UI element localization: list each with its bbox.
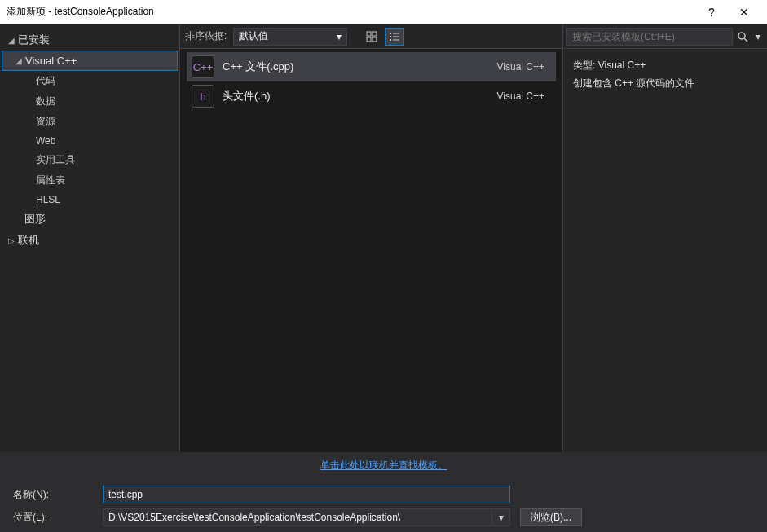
svg-rect-6: [390, 36, 391, 37]
location-input[interactable]: [103, 508, 492, 526]
browse-button[interactable]: 浏览(B)...: [520, 508, 582, 526]
location-dropdown-button[interactable]: ▾: [492, 508, 510, 526]
tree-item-data[interactable]: 数据: [0, 91, 179, 112]
cpp-file-icon: C++: [192, 55, 214, 78]
template-row-cpp[interactable]: C++ C++ 文件(.cpp) Visual C++: [187, 52, 556, 81]
template-row-header[interactable]: h 头文件(.h) Visual C++: [187, 81, 556, 111]
template-lang: Visual C++: [497, 61, 544, 73]
svg-point-10: [738, 33, 745, 39]
svg-rect-1: [372, 32, 377, 36]
name-label: 名称(N):: [13, 488, 103, 502]
close-button[interactable]: ✕: [728, 6, 760, 19]
template-lang: Visual C++: [497, 90, 544, 102]
template-panel: 排序依据: 默认值 ▾ C++ C++ 文件(.cpp) Visual C++ …: [179, 24, 563, 452]
category-sidebar: ◢已安装 ◢Visual C++ 代码 数据 资源 Web 实用工具 属性表 H…: [0, 24, 179, 452]
chevron-down-icon[interactable]: ▾: [752, 31, 764, 42]
help-button[interactable]: ?: [695, 6, 728, 19]
tree-item-hlsl[interactable]: HLSL: [0, 191, 179, 209]
template-label: 头文件(.h): [223, 89, 497, 103]
titlebar: 添加新项 - testConsoleApplication ? ✕: [0, 0, 767, 24]
svg-rect-2: [367, 37, 371, 42]
tree-installed-label: 已安装: [18, 33, 50, 47]
tree-item-web[interactable]: Web: [0, 132, 179, 150]
view-grid-button[interactable]: [362, 28, 381, 46]
template-details: 类型: Visual C++ 创建包含 C++ 源代码的文件: [563, 49, 767, 100]
header-file-icon: h: [192, 85, 214, 108]
svg-line-11: [744, 38, 747, 42]
tree-visual-cpp[interactable]: ◢Visual C++: [2, 51, 178, 71]
sort-value: 默认值: [239, 29, 268, 43]
location-label: 位置(L):: [13, 511, 103, 525]
tree-visual-cpp-label: Visual C++: [25, 55, 77, 67]
find-online-link[interactable]: 单击此处以联机并查找模板。: [320, 459, 447, 471]
sort-combo[interactable]: 默认值 ▾: [233, 28, 347, 46]
svg-rect-8: [390, 39, 391, 41]
window-title: 添加新项 - testConsoleApplication: [7, 5, 695, 19]
tree-item-propsheet[interactable]: 属性表: [0, 170, 179, 191]
online-link-bar: 单击此处以联机并查找模板。: [0, 452, 767, 479]
tree-graphics[interactable]: 图形: [0, 209, 179, 230]
view-list-button[interactable]: [385, 28, 404, 46]
tree-online-label: 联机: [18, 233, 39, 248]
detail-type-value: Visual C++: [598, 59, 646, 71]
template-list: C++ C++ 文件(.cpp) Visual C++ h 头文件(.h) Vi…: [180, 49, 562, 452]
svg-rect-4: [390, 33, 391, 34]
detail-description: 创建包含 C++ 源代码的文件: [573, 75, 757, 93]
tree-item-code[interactable]: 代码: [0, 71, 179, 91]
tree-installed[interactable]: ◢已安装: [0, 29, 179, 51]
details-panel: ▾ 类型: Visual C++ 创建包含 C++ 源代码的文件: [563, 24, 767, 452]
toolbar: 排序依据: 默认值 ▾: [180, 24, 562, 49]
svg-rect-0: [367, 32, 371, 36]
tree-graphics-label: 图形: [24, 212, 46, 226]
tree-online[interactable]: ▷联机: [0, 230, 179, 251]
search-bar: ▾: [563, 24, 767, 49]
tree-item-utility[interactable]: 实用工具: [0, 150, 179, 170]
tree-item-resource[interactable]: 资源: [0, 112, 179, 132]
sort-label: 排序依据:: [185, 29, 227, 43]
search-input[interactable]: [566, 28, 733, 46]
search-icon[interactable]: [733, 28, 752, 46]
name-input[interactable]: [103, 486, 510, 503]
svg-rect-3: [372, 37, 377, 42]
template-label: C++ 文件(.cpp): [223, 59, 497, 74]
bottom-form: 名称(N): 位置(L): ▾ 浏览(B)...: [0, 479, 767, 532]
detail-type-label: 类型:: [573, 59, 595, 71]
chevron-down-icon: ▾: [337, 31, 342, 42]
